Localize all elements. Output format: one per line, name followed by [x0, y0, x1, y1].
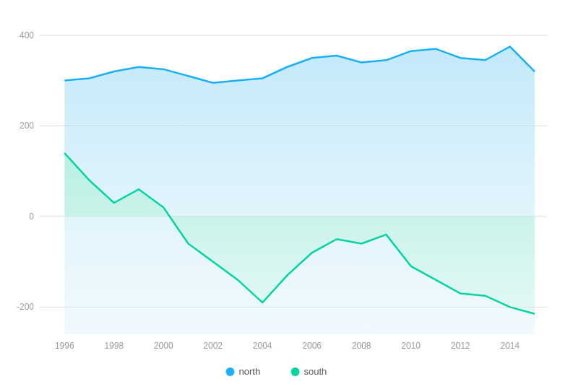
x-axis-label: 2004: [253, 341, 272, 351]
x-axis-label: 2002: [203, 341, 223, 351]
y-axis-label: 200: [20, 121, 34, 131]
x-axis-label: 2000: [154, 341, 173, 351]
x-axis-label: 1998: [104, 341, 124, 351]
y-axis-label: 400: [20, 30, 34, 40]
x-axis-label: 2006: [302, 341, 322, 351]
chart-container: 4002000-20019961998200020022004200620082…: [0, 0, 576, 392]
y-axis-label: -200: [17, 302, 34, 312]
main-chart: 4002000-20019961998200020022004200620082…: [0, 0, 576, 392]
x-axis-label: 2010: [401, 341, 421, 351]
north-legend-label: north: [239, 366, 261, 377]
x-axis-label: 2014: [500, 341, 520, 351]
x-axis-label: 2012: [451, 341, 470, 351]
south-legend-label: south: [304, 366, 327, 377]
south-legend-dot: [291, 367, 300, 376]
north-legend-dot: [226, 367, 235, 376]
y-axis-label: 0: [29, 212, 34, 222]
x-axis-label: 1996: [55, 341, 74, 351]
x-axis-label: 2008: [352, 341, 371, 351]
